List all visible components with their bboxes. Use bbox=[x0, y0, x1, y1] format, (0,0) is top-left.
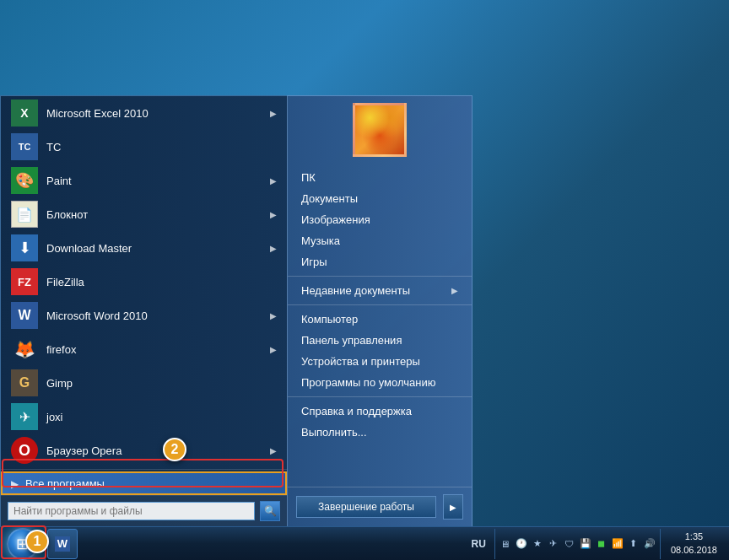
systray-network-icon: 🖥 bbox=[499, 537, 512, 551]
right-item-images-label: Изображения bbox=[301, 213, 370, 226]
menu-item-excel-label: Microsoft Excel 2010 bbox=[46, 107, 262, 120]
right-item-music-label: Музыка bbox=[301, 234, 340, 247]
user-avatar-area bbox=[288, 96, 472, 160]
right-item-help[interactable]: Справка и поддержка bbox=[288, 401, 472, 422]
systray-telegram-icon: ✈ bbox=[547, 537, 560, 551]
start-menu-left-panel: X Microsoft Excel 2010 ▶ TC TC 🎨 Paint ▶ bbox=[0, 95, 287, 526]
menu-item-dlmaster[interactable]: ⬇ Download Master ▶ bbox=[1, 231, 287, 265]
user-avatar bbox=[353, 103, 407, 157]
clock-time: 1:35 bbox=[671, 530, 717, 543]
right-item-images[interactable]: Изображения bbox=[288, 209, 472, 230]
menu-item-opera-label: Браузер Opera bbox=[46, 444, 262, 457]
firefox-arrow-icon: ▶ bbox=[270, 345, 277, 354]
right-menu-items: ПК Документы Изображения Музыка Игры bbox=[288, 160, 472, 487]
right-item-computer-label: Компьютер bbox=[301, 313, 358, 326]
right-separator-1 bbox=[288, 276, 472, 277]
systray-icons: 🖥 🕐 ★ ✈ 🛡 💾 ◼ 📶 ⬆ 🔊 bbox=[494, 529, 661, 559]
menu-item-paint[interactable]: 🎨 Paint ▶ bbox=[1, 164, 287, 197]
right-item-controlpanel-label: Панель управления bbox=[301, 334, 402, 347]
menu-item-dlmaster-label: Download Master bbox=[46, 242, 262, 255]
menu-item-word[interactable]: W Microsoft Word 2010 ▶ bbox=[1, 299, 287, 332]
excel-arrow-icon: ▶ bbox=[270, 109, 277, 118]
all-programs-button[interactable]: ▶ Все программы bbox=[1, 471, 287, 495]
right-item-defaultprograms-label: Программы по умолчанию bbox=[301, 376, 435, 389]
search-input[interactable] bbox=[8, 502, 255, 520]
all-programs-arrow-icon: ▶ bbox=[11, 478, 19, 490]
filezilla-icon: FZ bbox=[11, 268, 38, 295]
menu-item-word-label: Microsoft Word 2010 bbox=[46, 310, 262, 322]
menu-item-paint-label: Paint bbox=[46, 175, 262, 187]
gimp-icon: G bbox=[11, 369, 38, 396]
systray-speaker-icon: 🔊 bbox=[643, 537, 656, 551]
step-badge-2: 2 bbox=[163, 438, 186, 461]
menu-item-opera[interactable]: O Браузер Opera ▶ bbox=[1, 433, 287, 467]
systray-star-icon: ★ bbox=[531, 537, 544, 551]
word-arrow-icon: ▶ bbox=[270, 311, 277, 320]
shutdown-arrow-button[interactable]: ▶ bbox=[443, 494, 463, 520]
avatar-image bbox=[355, 105, 404, 154]
menu-item-filezilla[interactable]: FZ FileZilla bbox=[1, 265, 287, 299]
word-taskbar-icon: W bbox=[55, 536, 70, 552]
right-item-music[interactable]: Музыка bbox=[288, 230, 472, 251]
menu-item-tc-label: TC bbox=[46, 141, 277, 153]
right-bottom-bar: Завершение работы ▶ bbox=[288, 487, 472, 526]
right-item-pc-label: ПК bbox=[301, 171, 316, 184]
right-item-pc[interactable]: ПК bbox=[288, 167, 472, 188]
opera-arrow-icon: ▶ bbox=[270, 446, 277, 455]
clock-date: 08.06.2018 bbox=[671, 544, 717, 557]
start-menu: X Microsoft Excel 2010 ▶ TC TC 🎨 Paint ▶ bbox=[0, 95, 472, 526]
notepad-icon: 📄 bbox=[11, 201, 38, 228]
menu-item-filezilla-label: FileZilla bbox=[46, 276, 277, 288]
menu-item-firefox[interactable]: 🦊 firefox ▶ bbox=[1, 332, 287, 366]
joxi-icon: ✈ bbox=[11, 403, 38, 430]
step-badge-1: 1 bbox=[25, 530, 49, 553]
right-item-devices[interactable]: Устройства и принтеры bbox=[288, 351, 472, 372]
right-item-docs[interactable]: Документы bbox=[288, 188, 472, 209]
right-item-recent[interactable]: Недавние документы ▶ bbox=[288, 280, 472, 301]
menu-item-joxi[interactable]: ✈ joxi bbox=[1, 400, 287, 433]
menu-item-gimp-label: Gimp bbox=[46, 377, 277, 390]
all-programs-label: Все программы bbox=[25, 477, 105, 490]
taskbar: ⊞ W RU 🖥 🕐 ★ ✈ 🛡 💾 ◼ 📶 ⬆ 🔊 1:35 bbox=[0, 526, 729, 560]
right-item-computer[interactable]: Компьютер bbox=[288, 309, 472, 330]
right-item-help-label: Справка и поддержка bbox=[301, 405, 412, 417]
clock: 1:35 08.06.2018 bbox=[664, 530, 724, 557]
search-button[interactable]: 🔍 bbox=[260, 501, 280, 521]
shutdown-button[interactable]: Завершение работы bbox=[296, 496, 436, 518]
language-indicator: RU bbox=[467, 536, 491, 552]
recent-arrow-icon: ▶ bbox=[451, 286, 458, 295]
opera-icon: O bbox=[11, 437, 38, 464]
tc-icon: TC bbox=[11, 133, 38, 160]
right-item-docs-label: Документы bbox=[301, 192, 358, 205]
systray-hdd-icon: 💾 bbox=[579, 537, 592, 551]
menu-separator-1 bbox=[1, 469, 287, 470]
right-item-controlpanel[interactable]: Панель управления bbox=[288, 330, 472, 351]
menu-items-list: X Microsoft Excel 2010 ▶ TC TC 🎨 Paint ▶ bbox=[1, 96, 287, 467]
right-item-games[interactable]: Игры bbox=[288, 251, 472, 272]
firefox-icon: 🦊 bbox=[11, 336, 38, 363]
menu-item-gimp[interactable]: G Gimp bbox=[1, 366, 287, 400]
start-menu-right-panel: ПК Документы Изображения Музыка Игры bbox=[287, 95, 472, 526]
menu-item-notepad-label: Блокнот bbox=[46, 208, 262, 221]
word-icon: W bbox=[11, 302, 38, 329]
systray-green-icon: ◼ bbox=[595, 537, 608, 551]
systray-shield-icon: 🛡 bbox=[563, 537, 576, 551]
systray-clock-icon: 🕐 bbox=[515, 537, 528, 551]
dlmaster-icon: ⬇ bbox=[11, 234, 38, 261]
right-item-defaultprograms[interactable]: Программы по умолчанию bbox=[288, 372, 472, 393]
desktop: X Microsoft Excel 2010 ▶ TC TC 🎨 Paint ▶ bbox=[0, 0, 729, 560]
menu-item-joxi-label: joxi bbox=[46, 411, 277, 423]
right-item-devices-label: Устройства и принтеры bbox=[301, 355, 420, 368]
menu-item-excel[interactable]: X Microsoft Excel 2010 ▶ bbox=[1, 96, 287, 130]
menu-item-notepad[interactable]: 📄 Блокнот ▶ bbox=[1, 197, 287, 231]
taskbar-word-app[interactable]: W bbox=[47, 529, 78, 559]
right-separator-2 bbox=[288, 304, 472, 305]
right-item-games-label: Игры bbox=[301, 256, 327, 268]
systray: RU 🖥 🕐 ★ ✈ 🛡 💾 ◼ 📶 ⬆ 🔊 1:35 08.06.2018 bbox=[462, 529, 729, 559]
dlmaster-arrow-icon: ▶ bbox=[270, 244, 277, 253]
systray-arrow-icon: ⬆ bbox=[627, 537, 640, 551]
menu-item-firefox-label: firefox bbox=[46, 343, 262, 356]
right-item-run[interactable]: Выполнить... bbox=[288, 422, 472, 443]
menu-item-tc[interactable]: TC TC bbox=[1, 130, 287, 164]
systray-signal-icon: 📶 bbox=[611, 537, 624, 551]
